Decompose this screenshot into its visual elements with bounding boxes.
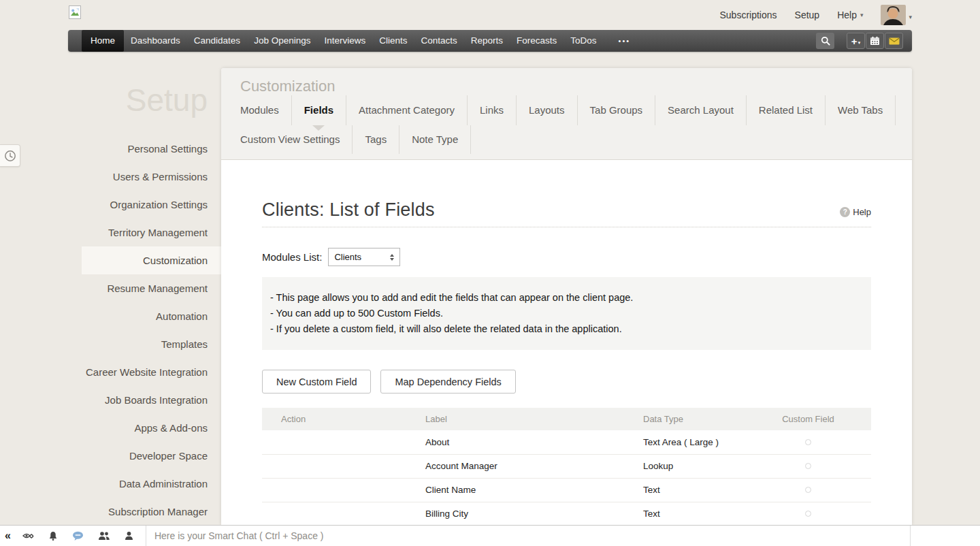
avatar[interactable] bbox=[881, 5, 906, 25]
sidebar-item-subscription-manager[interactable]: Subscription Manager bbox=[0, 498, 221, 526]
search-button[interactable] bbox=[816, 33, 834, 49]
tab-links[interactable]: Links bbox=[468, 95, 517, 125]
help-link[interactable]: ? Help bbox=[840, 207, 871, 217]
table-header-row: Action Label Data Type Custom Field bbox=[262, 408, 871, 430]
tab-fields[interactable]: Fields bbox=[292, 95, 346, 125]
tab-note-type[interactable]: Note Type bbox=[399, 125, 471, 154]
data-type-cell: Text bbox=[633, 478, 745, 502]
nav-tab-reports[interactable]: Reports bbox=[466, 30, 508, 52]
map-dependency-fields-button[interactable]: Map Dependency Fields bbox=[380, 370, 515, 394]
customization-tabs-row2: Custom View Settings Tags Note Type bbox=[228, 125, 912, 154]
tab-related-list[interactable]: Related List bbox=[747, 95, 826, 125]
data-type-cell: Text Area ( Large ) bbox=[633, 430, 745, 454]
sidebar-item-templates[interactable]: Templates bbox=[0, 330, 221, 358]
sidebar-item-career-website-integration[interactable]: Career Website Integration bbox=[0, 358, 221, 386]
sidebar-item-organization-settings[interactable]: Organization Settings bbox=[0, 191, 221, 219]
tab-tab-groups[interactable]: Tab Groups bbox=[578, 95, 656, 125]
custom-field-cell bbox=[745, 454, 871, 478]
sidebar-item-territory-management[interactable]: Territory Management bbox=[0, 219, 221, 246]
nav-tabs: Home Dashboards Candidates Job Openings … bbox=[68, 30, 636, 52]
tab-custom-view-settings[interactable]: Custom View Settings bbox=[228, 125, 353, 154]
divider bbox=[146, 526, 146, 546]
sidebar-item-developer-space[interactable]: Developer Space bbox=[0, 442, 221, 470]
subscriptions-link[interactable]: Subscriptions bbox=[720, 10, 777, 20]
nav-tab-contacts[interactable]: Contacts bbox=[416, 30, 461, 52]
user-icon[interactable] bbox=[125, 531, 133, 541]
help-menu[interactable]: Help ▾ bbox=[837, 10, 863, 20]
main-panel: Customization Modules Fields Attachment … bbox=[221, 68, 912, 525]
select-spinner-icon bbox=[390, 254, 394, 261]
action-cell bbox=[262, 478, 415, 502]
custom-field-cell bbox=[745, 430, 871, 454]
customization-header: Customization Modules Fields Attachment … bbox=[221, 68, 912, 160]
question-mark-icon: ? bbox=[840, 207, 850, 217]
nav-tab-forecasts[interactable]: Forecasts bbox=[512, 30, 561, 52]
fields-page: Clients: List of Fields ? Help Modules L… bbox=[221, 199, 912, 526]
tab-layouts[interactable]: Layouts bbox=[517, 95, 578, 125]
data-type-cell: Lookup bbox=[633, 454, 745, 478]
setup-menu: Personal Settings Users & Permissions Or… bbox=[0, 135, 221, 526]
nav-tab-candidates[interactable]: Candidates bbox=[189, 30, 245, 52]
chat-settings-icon[interactable] bbox=[22, 531, 34, 541]
nav-tab-interviews[interactable]: Interviews bbox=[319, 30, 370, 52]
empty-circle-icon bbox=[805, 487, 811, 493]
sidebar-item-data-administration[interactable]: Data Administration bbox=[0, 470, 221, 498]
logo-broken-image-icon[interactable] bbox=[69, 5, 81, 19]
help-link-label: Help bbox=[853, 207, 871, 217]
action-cell bbox=[262, 430, 415, 454]
tab-tags[interactable]: Tags bbox=[353, 125, 399, 154]
info-box: - This page allows you to add and edit t… bbox=[262, 277, 871, 350]
tab-search-layout[interactable]: Search Layout bbox=[655, 95, 747, 125]
mail-button[interactable] bbox=[885, 33, 903, 49]
smart-chat-bar: « bbox=[0, 525, 980, 546]
page-title: Customization bbox=[221, 68, 912, 95]
chevron-down-icon: ▾ bbox=[909, 14, 912, 20]
more-tabs-icon[interactable]: ••• bbox=[613, 30, 636, 52]
users-group-icon[interactable] bbox=[98, 531, 110, 541]
calendar-button[interactable] bbox=[866, 33, 884, 49]
table-row[interactable]: Client Name Text bbox=[262, 478, 871, 502]
sidebar-item-job-boards-integration[interactable]: Job Boards Integration bbox=[0, 386, 221, 414]
setup-link[interactable]: Setup bbox=[795, 10, 820, 20]
smart-chat-input[interactable]: Here is your Smart Chat ( Ctrl + Space ) bbox=[154, 530, 324, 541]
tab-web-tabs[interactable]: Web Tabs bbox=[826, 95, 896, 125]
collapse-chevrons-icon[interactable]: « bbox=[5, 530, 11, 541]
modules-list-selected-value: Clients bbox=[334, 252, 390, 262]
table-row[interactable]: Account Manager Lookup bbox=[262, 454, 871, 478]
sidebar-item-automation[interactable]: Automation bbox=[0, 302, 221, 330]
nav-tab-todos[interactable]: ToDos bbox=[566, 30, 601, 52]
table-row[interactable]: About Text Area ( Large ) bbox=[262, 430, 871, 454]
info-line: - You can add up to 500 Custom Fields. bbox=[270, 306, 863, 321]
main-nav-bar: Home Dashboards Candidates Job Openings … bbox=[68, 30, 912, 52]
calendar-icon bbox=[870, 36, 880, 46]
help-label: Help bbox=[837, 10, 857, 20]
sidebar-item-resume-management[interactable]: Resume Management bbox=[0, 274, 221, 302]
quick-add-button[interactable]: + ▾ bbox=[847, 33, 865, 49]
data-type-cell: Text bbox=[633, 502, 745, 526]
user-menu[interactable]: ▾ bbox=[881, 5, 912, 25]
sidebar-item-customization[interactable]: Customization bbox=[82, 246, 221, 274]
label-cell: Client Name bbox=[415, 478, 633, 502]
empty-circle-icon bbox=[805, 511, 811, 517]
nav-tab-home[interactable]: Home bbox=[82, 30, 124, 52]
sidebar-item-personal-settings[interactable]: Personal Settings bbox=[0, 135, 221, 163]
action-cell bbox=[262, 502, 415, 526]
tab-modules[interactable]: Modules bbox=[228, 95, 292, 125]
notifications-bell-icon[interactable] bbox=[48, 531, 58, 541]
top-bar: Subscriptions Setup Help ▾ ▾ bbox=[0, 0, 980, 30]
table-row[interactable]: Billing City Text bbox=[262, 502, 871, 526]
nav-tab-job-openings[interactable]: Job Openings bbox=[249, 30, 315, 52]
nav-tab-dashboards[interactable]: Dashboards bbox=[126, 30, 185, 52]
sidebar-item-apps-addons[interactable]: Apps & Add-ons bbox=[0, 414, 221, 442]
nav-tab-clients[interactable]: Clients bbox=[374, 30, 412, 52]
empty-circle-icon bbox=[805, 439, 811, 445]
label-cell: About bbox=[415, 430, 633, 454]
tab-attachment-category[interactable]: Attachment Category bbox=[346, 95, 468, 125]
new-custom-field-button[interactable]: New Custom Field bbox=[262, 370, 371, 394]
page-heading: Clients: List of Fields bbox=[262, 199, 435, 221]
divider bbox=[910, 526, 911, 546]
custom-field-cell bbox=[745, 502, 871, 526]
modules-list-select[interactable]: Clients bbox=[328, 248, 400, 266]
chat-bubble-icon[interactable] bbox=[72, 531, 84, 541]
sidebar-item-users-permissions[interactable]: Users & Permissions bbox=[0, 163, 221, 191]
